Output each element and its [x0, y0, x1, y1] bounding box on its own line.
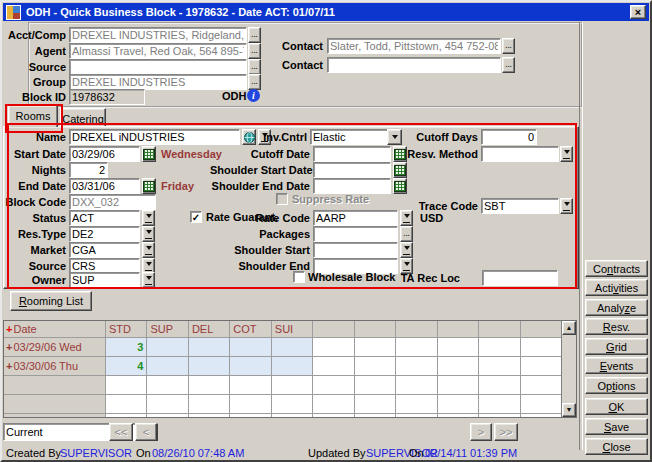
contact2-field[interactable]	[327, 57, 501, 73]
contact1-field[interactable]	[327, 38, 501, 54]
grid-cell[interactable]	[396, 376, 437, 395]
grid-cell[interactable]	[521, 338, 562, 357]
grid-date-cell[interactable]	[4, 395, 106, 414]
save-button[interactable]: Save	[585, 418, 648, 435]
cutoff-date-field[interactable]	[313, 146, 391, 162]
grid-cell[interactable]	[147, 357, 188, 376]
grid-cell[interactable]	[479, 338, 520, 357]
grid-cell[interactable]	[189, 338, 230, 357]
grid-cell[interactable]	[272, 376, 313, 395]
grid-cell[interactable]	[189, 414, 230, 418]
agent-field[interactable]	[69, 43, 247, 59]
group-field[interactable]	[69, 74, 247, 90]
grid-cell[interactable]	[396, 395, 437, 414]
tab-catering[interactable]: Catering	[60, 108, 106, 126]
grid-cell[interactable]	[355, 338, 396, 357]
shoulder-start-date-field[interactable]	[313, 162, 391, 178]
resv-method-field[interactable]	[481, 146, 559, 162]
grid-cell[interactable]	[438, 338, 479, 357]
shoulder-end-date-field[interactable]	[313, 178, 391, 194]
grid-cell[interactable]	[230, 395, 271, 414]
acct-comp-field[interactable]	[69, 27, 247, 43]
grid-cell[interactable]	[355, 414, 396, 418]
contact2-lov-button[interactable]: ...	[502, 57, 515, 73]
grid-cell[interactable]	[106, 395, 147, 414]
grid-cell[interactable]	[355, 357, 396, 376]
grid-cell[interactable]	[438, 376, 479, 395]
grid-cell[interactable]	[147, 376, 188, 395]
first-record-button[interactable]: <<	[109, 423, 133, 441]
grid-cell[interactable]	[272, 338, 313, 357]
grid-button[interactable]: Grid	[585, 338, 648, 355]
end-date-calendar-button[interactable]	[142, 178, 156, 194]
grid-cell[interactable]	[355, 395, 396, 414]
grid-cell[interactable]	[230, 338, 271, 357]
ok-button[interactable]: OK	[585, 398, 648, 415]
grid-date-cell[interactable]: +03/30/06 Thu	[4, 357, 106, 376]
grid-cell[interactable]	[355, 376, 396, 395]
trace-code-dropdown-button[interactable]	[560, 198, 573, 214]
inv-cntrl-field[interactable]	[310, 129, 387, 145]
grid-cell[interactable]	[438, 357, 479, 376]
contact1-lov-button[interactable]: ...	[502, 38, 515, 54]
shoulder-start-dropdown-button[interactable]	[400, 242, 413, 258]
grid-cell[interactable]	[396, 338, 437, 357]
grid-cell[interactable]	[189, 395, 230, 414]
grid-cell[interactable]	[230, 357, 271, 376]
group-lov-button[interactable]: ...	[248, 74, 261, 90]
grid-cell[interactable]	[272, 357, 313, 376]
market-dropdown-button[interactable]	[142, 242, 155, 258]
agent-lov-button[interactable]: ...	[248, 43, 261, 59]
expand-plus-icon[interactable]: +	[6, 360, 12, 372]
grid-cell[interactable]	[521, 414, 562, 418]
grid-cell[interactable]	[147, 338, 188, 357]
grid-cell[interactable]	[438, 414, 479, 418]
end-date-field[interactable]	[69, 178, 140, 194]
rooming-list-button[interactable]: Rooming List	[10, 291, 92, 311]
expand-plus-icon[interactable]: +	[6, 341, 12, 353]
grid-date-cell[interactable]	[4, 414, 106, 418]
market-field[interactable]	[69, 242, 140, 258]
resv-button[interactable]: Resv.	[585, 318, 648, 335]
scroll-up-button[interactable]: ▲	[562, 321, 576, 335]
grid-cell[interactable]	[106, 376, 147, 395]
grid-date-cell[interactable]: +03/29/06 Wed	[4, 338, 106, 357]
analyze-button[interactable]: Analyze	[585, 299, 648, 316]
rate-code-field[interactable]	[313, 210, 398, 226]
grid-cell[interactable]	[479, 414, 520, 418]
grid-date-cell[interactable]	[4, 376, 106, 395]
grid-cell[interactable]	[189, 376, 230, 395]
source-field[interactable]	[69, 59, 247, 75]
expand-plus-icon[interactable]: +	[6, 323, 12, 335]
grid-cell[interactable]: 4	[106, 357, 147, 376]
info-icon[interactable]: i	[247, 89, 260, 102]
grid-cell[interactable]	[438, 395, 479, 414]
inv-cntrl-combo[interactable]	[310, 129, 402, 145]
grid-cell[interactable]	[189, 357, 230, 376]
ta-rec-loc-field[interactable]	[482, 270, 558, 286]
trace-code-field[interactable]	[481, 198, 559, 214]
cutoff-days-field[interactable]	[481, 129, 537, 145]
packages-field[interactable]	[313, 226, 398, 242]
close-button[interactable]: ×	[630, 5, 646, 19]
grid-cell[interactable]	[313, 414, 354, 418]
last-record-button[interactable]: >>	[494, 423, 518, 441]
grid-cell[interactable]	[479, 376, 520, 395]
close-window-button[interactable]: Close	[585, 438, 648, 455]
contracts-button[interactable]: Contracts	[585, 260, 648, 277]
status-dropdown-button[interactable]	[142, 210, 155, 226]
options-button[interactable]: Options	[585, 377, 648, 394]
grid-cell[interactable]	[230, 376, 271, 395]
res-type-field[interactable]	[69, 226, 140, 242]
grid-cell[interactable]	[272, 395, 313, 414]
grid-scrollbar[interactable]: ▲ ▼	[561, 321, 576, 417]
grid-cell[interactable]	[106, 414, 147, 418]
events-button[interactable]: Events	[585, 357, 648, 374]
grid-cell[interactable]	[479, 357, 520, 376]
shoulder-end-date-calendar-button[interactable]	[393, 178, 407, 194]
status-field[interactable]	[69, 210, 140, 226]
grid-cell[interactable]	[147, 414, 188, 418]
next-record-button[interactable]: >	[470, 423, 492, 441]
tab-rooms[interactable]: Rooms	[8, 105, 58, 127]
grid-cell[interactable]	[313, 395, 354, 414]
